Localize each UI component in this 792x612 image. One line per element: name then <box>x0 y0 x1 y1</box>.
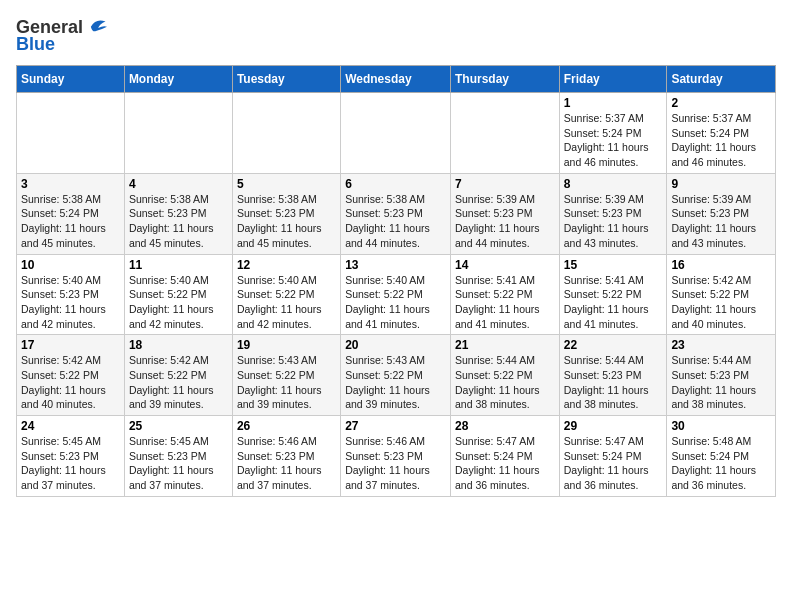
day-info: Sunrise: 5:45 AM Sunset: 5:23 PM Dayligh… <box>129 434 228 493</box>
day-info: Sunrise: 5:42 AM Sunset: 5:22 PM Dayligh… <box>129 353 228 412</box>
day-info: Sunrise: 5:38 AM Sunset: 5:24 PM Dayligh… <box>21 192 120 251</box>
day-number: 29 <box>564 419 663 433</box>
day-info: Sunrise: 5:46 AM Sunset: 5:23 PM Dayligh… <box>237 434 336 493</box>
calendar-cell: 12Sunrise: 5:40 AM Sunset: 5:22 PM Dayli… <box>232 254 340 335</box>
day-number: 6 <box>345 177 446 191</box>
calendar-cell <box>232 93 340 174</box>
logo: General Blue <box>16 16 107 55</box>
header-saturday: Saturday <box>667 66 776 93</box>
day-info: Sunrise: 5:38 AM Sunset: 5:23 PM Dayligh… <box>345 192 446 251</box>
day-number: 27 <box>345 419 446 433</box>
day-number: 21 <box>455 338 555 352</box>
day-number: 13 <box>345 258 446 272</box>
calendar: SundayMondayTuesdayWednesdayThursdayFrid… <box>16 65 776 497</box>
calendar-cell: 5Sunrise: 5:38 AM Sunset: 5:23 PM Daylig… <box>232 173 340 254</box>
day-number: 24 <box>21 419 120 433</box>
calendar-cell: 9Sunrise: 5:39 AM Sunset: 5:23 PM Daylig… <box>667 173 776 254</box>
day-info: Sunrise: 5:47 AM Sunset: 5:24 PM Dayligh… <box>455 434 555 493</box>
calendar-cell: 10Sunrise: 5:40 AM Sunset: 5:23 PM Dayli… <box>17 254 125 335</box>
day-number: 12 <box>237 258 336 272</box>
calendar-cell: 28Sunrise: 5:47 AM Sunset: 5:24 PM Dayli… <box>450 416 559 497</box>
day-info: Sunrise: 5:40 AM Sunset: 5:23 PM Dayligh… <box>21 273 120 332</box>
day-number: 2 <box>671 96 771 110</box>
day-info: Sunrise: 5:41 AM Sunset: 5:22 PM Dayligh… <box>564 273 663 332</box>
calendar-cell: 16Sunrise: 5:42 AM Sunset: 5:22 PM Dayli… <box>667 254 776 335</box>
calendar-cell: 8Sunrise: 5:39 AM Sunset: 5:23 PM Daylig… <box>559 173 667 254</box>
calendar-cell <box>450 93 559 174</box>
calendar-cell: 19Sunrise: 5:43 AM Sunset: 5:22 PM Dayli… <box>232 335 340 416</box>
day-info: Sunrise: 5:41 AM Sunset: 5:22 PM Dayligh… <box>455 273 555 332</box>
calendar-cell: 27Sunrise: 5:46 AM Sunset: 5:23 PM Dayli… <box>341 416 451 497</box>
day-info: Sunrise: 5:40 AM Sunset: 5:22 PM Dayligh… <box>237 273 336 332</box>
calendar-cell: 21Sunrise: 5:44 AM Sunset: 5:22 PM Dayli… <box>450 335 559 416</box>
header-thursday: Thursday <box>450 66 559 93</box>
day-info: Sunrise: 5:39 AM Sunset: 5:23 PM Dayligh… <box>564 192 663 251</box>
day-info: Sunrise: 5:42 AM Sunset: 5:22 PM Dayligh… <box>21 353 120 412</box>
header-wednesday: Wednesday <box>341 66 451 93</box>
day-info: Sunrise: 5:46 AM Sunset: 5:23 PM Dayligh… <box>345 434 446 493</box>
calendar-week-row: 3Sunrise: 5:38 AM Sunset: 5:24 PM Daylig… <box>17 173 776 254</box>
day-info: Sunrise: 5:39 AM Sunset: 5:23 PM Dayligh… <box>671 192 771 251</box>
calendar-cell: 23Sunrise: 5:44 AM Sunset: 5:23 PM Dayli… <box>667 335 776 416</box>
day-info: Sunrise: 5:44 AM Sunset: 5:23 PM Dayligh… <box>671 353 771 412</box>
calendar-cell: 20Sunrise: 5:43 AM Sunset: 5:22 PM Dayli… <box>341 335 451 416</box>
day-number: 11 <box>129 258 228 272</box>
calendar-cell: 15Sunrise: 5:41 AM Sunset: 5:22 PM Dayli… <box>559 254 667 335</box>
day-number: 19 <box>237 338 336 352</box>
calendar-cell: 3Sunrise: 5:38 AM Sunset: 5:24 PM Daylig… <box>17 173 125 254</box>
calendar-cell: 17Sunrise: 5:42 AM Sunset: 5:22 PM Dayli… <box>17 335 125 416</box>
day-info: Sunrise: 5:38 AM Sunset: 5:23 PM Dayligh… <box>237 192 336 251</box>
day-number: 17 <box>21 338 120 352</box>
calendar-cell: 11Sunrise: 5:40 AM Sunset: 5:22 PM Dayli… <box>124 254 232 335</box>
day-number: 20 <box>345 338 446 352</box>
calendar-cell: 7Sunrise: 5:39 AM Sunset: 5:23 PM Daylig… <box>450 173 559 254</box>
logo-bird-icon <box>85 16 107 38</box>
day-info: Sunrise: 5:44 AM Sunset: 5:23 PM Dayligh… <box>564 353 663 412</box>
day-number: 4 <box>129 177 228 191</box>
calendar-cell: 2Sunrise: 5:37 AM Sunset: 5:24 PM Daylig… <box>667 93 776 174</box>
day-info: Sunrise: 5:38 AM Sunset: 5:23 PM Dayligh… <box>129 192 228 251</box>
day-info: Sunrise: 5:42 AM Sunset: 5:22 PM Dayligh… <box>671 273 771 332</box>
calendar-cell <box>341 93 451 174</box>
calendar-week-row: 24Sunrise: 5:45 AM Sunset: 5:23 PM Dayli… <box>17 416 776 497</box>
day-number: 3 <box>21 177 120 191</box>
calendar-week-row: 10Sunrise: 5:40 AM Sunset: 5:23 PM Dayli… <box>17 254 776 335</box>
calendar-cell: 22Sunrise: 5:44 AM Sunset: 5:23 PM Dayli… <box>559 335 667 416</box>
day-info: Sunrise: 5:43 AM Sunset: 5:22 PM Dayligh… <box>237 353 336 412</box>
calendar-cell: 25Sunrise: 5:45 AM Sunset: 5:23 PM Dayli… <box>124 416 232 497</box>
calendar-cell: 4Sunrise: 5:38 AM Sunset: 5:23 PM Daylig… <box>124 173 232 254</box>
header-monday: Monday <box>124 66 232 93</box>
day-number: 28 <box>455 419 555 433</box>
day-number: 7 <box>455 177 555 191</box>
day-number: 18 <box>129 338 228 352</box>
day-number: 25 <box>129 419 228 433</box>
header-tuesday: Tuesday <box>232 66 340 93</box>
calendar-week-row: 17Sunrise: 5:42 AM Sunset: 5:22 PM Dayli… <box>17 335 776 416</box>
calendar-week-row: 1Sunrise: 5:37 AM Sunset: 5:24 PM Daylig… <box>17 93 776 174</box>
day-number: 16 <box>671 258 771 272</box>
day-number: 30 <box>671 419 771 433</box>
calendar-cell: 18Sunrise: 5:42 AM Sunset: 5:22 PM Dayli… <box>124 335 232 416</box>
calendar-cell: 24Sunrise: 5:45 AM Sunset: 5:23 PM Dayli… <box>17 416 125 497</box>
header-sunday: Sunday <box>17 66 125 93</box>
day-number: 5 <box>237 177 336 191</box>
calendar-cell <box>17 93 125 174</box>
calendar-cell: 30Sunrise: 5:48 AM Sunset: 5:24 PM Dayli… <box>667 416 776 497</box>
day-info: Sunrise: 5:37 AM Sunset: 5:24 PM Dayligh… <box>671 111 771 170</box>
calendar-cell: 14Sunrise: 5:41 AM Sunset: 5:22 PM Dayli… <box>450 254 559 335</box>
calendar-cell: 26Sunrise: 5:46 AM Sunset: 5:23 PM Dayli… <box>232 416 340 497</box>
day-info: Sunrise: 5:40 AM Sunset: 5:22 PM Dayligh… <box>345 273 446 332</box>
day-info: Sunrise: 5:44 AM Sunset: 5:22 PM Dayligh… <box>455 353 555 412</box>
day-info: Sunrise: 5:39 AM Sunset: 5:23 PM Dayligh… <box>455 192 555 251</box>
calendar-cell: 1Sunrise: 5:37 AM Sunset: 5:24 PM Daylig… <box>559 93 667 174</box>
day-number: 8 <box>564 177 663 191</box>
day-number: 26 <box>237 419 336 433</box>
day-info: Sunrise: 5:40 AM Sunset: 5:22 PM Dayligh… <box>129 273 228 332</box>
calendar-cell: 29Sunrise: 5:47 AM Sunset: 5:24 PM Dayli… <box>559 416 667 497</box>
day-info: Sunrise: 5:47 AM Sunset: 5:24 PM Dayligh… <box>564 434 663 493</box>
calendar-cell <box>124 93 232 174</box>
day-number: 9 <box>671 177 771 191</box>
calendar-header-row: SundayMondayTuesdayWednesdayThursdayFrid… <box>17 66 776 93</box>
day-info: Sunrise: 5:45 AM Sunset: 5:23 PM Dayligh… <box>21 434 120 493</box>
day-info: Sunrise: 5:43 AM Sunset: 5:22 PM Dayligh… <box>345 353 446 412</box>
